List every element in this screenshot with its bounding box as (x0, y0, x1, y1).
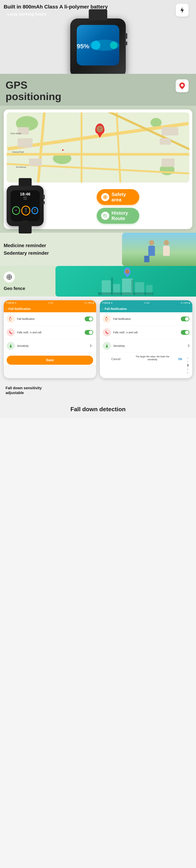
map-visual: Chen Street Guang Road Xin Avenue (7, 113, 189, 183)
medicine-reminder-label: Medicine reminder (4, 243, 118, 248)
watch-side-button-2 (43, 201, 45, 204)
phone2-sensitivity-value: 3 (188, 344, 189, 347)
phone2-bottom-row: Cancel The larger the value, the lower t… (100, 353, 192, 378)
svg-point-18 (10, 317, 11, 318)
phone2-calls-toggle[interactable] (181, 330, 189, 335)
phone2-fall-label: Fall Notification (113, 317, 181, 320)
fall-desc-title: Fall down sensitivity adjustable (5, 385, 191, 395)
map-container: Chen Street Guang Road Xin Avenue (4, 110, 192, 229)
svg-point-5 (104, 196, 106, 198)
phone1-status-bar: 中国联通 令 17:50 ♥ 1 96% ■ (4, 300, 96, 306)
safety-icon (101, 193, 109, 201)
reminder-section: Medicine reminder Sedentary reminder (0, 233, 196, 266)
phone1-chevron: › (92, 344, 93, 347)
phone1-fall-label: Fall Notification (17, 317, 85, 320)
cancel-button[interactable]: Cancel (103, 355, 129, 376)
phone-icon-2 (103, 328, 111, 337)
phone1-header: ‹ Fall Notification (4, 306, 96, 312)
map-action-buttons: Safety area History Route (47, 185, 189, 223)
reminder-image-col (122, 233, 196, 266)
phone1-row-sensitivity: Sensitivity 3 › (4, 339, 96, 353)
sensitivity-icon-2 (103, 342, 111, 350)
phone-mockup-2: 中国联通 令 17:50 ♥ 1 66% ■ ‹ Fall Notificati… (100, 300, 192, 378)
history-route-label: History Route (112, 210, 128, 221)
sensitivity-number-list: 1 2 3 4 5 (186, 355, 189, 376)
geo-location-pin (124, 268, 131, 276)
svg-point-3 (99, 127, 101, 130)
map-label-1: Chen Street (10, 132, 21, 134)
dial-misc: 243+ (34, 209, 36, 212)
map-section: Chen Street Guang Road Xin Avenue (0, 106, 196, 233)
phone2-body: Fall Notification Falls notif...n and ca… (100, 312, 192, 378)
map-bottom-row: 18:46 WED 2/25 80 1187670 243+ (7, 185, 189, 226)
phone2-row-fall-notification: Fall Notification (100, 312, 192, 326)
map-pin (95, 123, 105, 134)
battery-title: Built in 800mAh Class A li-polymer batte… (4, 4, 192, 10)
lightning-icon (179, 7, 186, 13)
phone-mockup-1: 中国联通 令 17:50 ♥ 1 96% ■ ‹ Fall Notificati… (4, 300, 96, 378)
safety-area-button[interactable]: Safety area (97, 189, 139, 205)
svg-line-22 (107, 318, 108, 319)
svg-line-19 (11, 318, 12, 319)
svg-point-17 (127, 270, 128, 272)
dial-bp: 1187670 (25, 208, 27, 213)
phone1-body: Fall Notification Falls notif...n and ca… (4, 312, 96, 365)
phone1-sensitivity-label: Sensitivity (17, 344, 90, 347)
watch-map-illustration: 18:46 WED 2/25 80 1187670 243+ (7, 185, 44, 226)
phone1-status-right: ♥ 1 96% ■ (85, 302, 94, 304)
geo-fence-label: Geo fence (4, 286, 52, 291)
history-route-button[interactable]: History Route (97, 208, 139, 223)
save-button[interactable]: Save (7, 355, 93, 365)
fall-icon-1 (7, 315, 15, 323)
gps-section: GPS positioning (0, 74, 196, 106)
svg-point-21 (106, 317, 107, 318)
phone1-calls-label: Falls notif...n and call (17, 331, 85, 334)
watch-date: WED 2/25 (10, 196, 40, 200)
phone1-header-title: Fall Notification (8, 307, 31, 311)
phone2-status-time: 17:50 (144, 302, 149, 304)
history-icon (101, 212, 109, 220)
phone2-sensitivity-label: Sensitivity (113, 344, 188, 347)
fall-bottom-title: Fall down detection (0, 402, 196, 418)
fall-notification-section: 中国联通 令 17:50 ♥ 1 96% ■ ‹ Fall Notificati… (0, 297, 196, 382)
map-label-2: Guang Road (12, 151, 24, 153)
geo-fence-section: Geo fence (0, 266, 196, 297)
ok-button[interactable]: Ok (176, 355, 184, 376)
phone1-sensitivity-value: 3 (90, 344, 91, 347)
sedentary-reminder-label: Sedentary reminder (4, 250, 118, 256)
fall-desc-text: Fall down sensitivity adjustable (5, 385, 191, 397)
battery-section: Built in 800mAh Class A li-polymer batte… (0, 0, 196, 74)
phone1-row-fall-notification: Fall Notification (4, 312, 96, 326)
gps-title: GPS positioning (5, 80, 192, 102)
phone-icon-1 (7, 328, 15, 337)
phone2-fall-toggle[interactable] (181, 316, 189, 321)
svg-point-2 (181, 84, 184, 87)
battery-icon-wrap (176, 4, 189, 17)
geo-fence-icon (4, 272, 15, 283)
phone1-calls-toggle[interactable] (85, 330, 93, 335)
phone2-status-left: 中国联通 令 (102, 302, 113, 304)
safety-area-label: Safety area (112, 192, 126, 202)
phone2-header-title: Fall Notification (105, 307, 127, 311)
phone2-calls-label: Falls notif...n and call (113, 331, 181, 334)
battery-percent-display: 95% (77, 43, 89, 50)
phone1-back-btn[interactable]: ‹ (6, 307, 7, 311)
phone1-row-falls-call: Falls notif...n and call (4, 326, 96, 339)
gps-icon-wrap (176, 80, 189, 92)
phone2-status-right: ♥ 1 66% ■ (181, 302, 190, 304)
fall-desc-section: Fall down sensitivity adjustable (0, 382, 196, 402)
phone1-status-left: 中国联通 令 (6, 302, 17, 304)
watch-side-button-1 (43, 195, 45, 199)
sensitivity-icon-1 (7, 342, 15, 350)
fall-icon-2 (103, 315, 111, 323)
reminder-text-col: Medicine reminder Sedentary reminder (0, 233, 122, 266)
phone2-back-btn[interactable]: ‹ (102, 307, 103, 311)
phone2-header: ‹ Fall Notification (100, 306, 192, 312)
map-label-3: Xin Avenue (16, 166, 26, 168)
location-dot (62, 149, 64, 151)
dial-steps: 80 (15, 210, 17, 211)
phone1-status-time: 17:50 (48, 302, 53, 304)
phone2-status-bar: 中国联通 令 17:50 ♥ 1 66% ■ (100, 300, 192, 306)
phone1-fall-toggle[interactable] (85, 316, 93, 321)
geo-image-col (55, 266, 196, 297)
